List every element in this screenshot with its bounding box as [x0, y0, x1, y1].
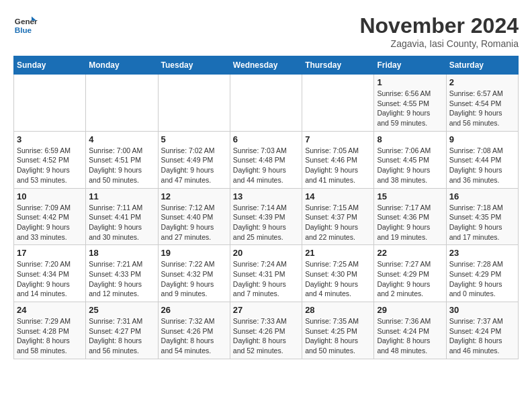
header-friday: Friday	[374, 56, 446, 75]
day-cell: 14Sunrise: 7:15 AM Sunset: 4:37 PM Dayli…	[302, 188, 374, 245]
day-number: 10	[17, 191, 83, 201]
day-number: 2	[449, 77, 515, 87]
header-wednesday: Wednesday	[230, 56, 302, 75]
day-number: 15	[377, 191, 443, 201]
main-title: November 2024	[359, 13, 519, 38]
day-detail: Sunrise: 7:37 AM Sunset: 4:24 PM Dayligh…	[449, 316, 515, 356]
day-number: 26	[161, 305, 227, 315]
day-number: 23	[449, 248, 515, 258]
logo-icon: General Blue	[13, 13, 38, 38]
day-detail: Sunrise: 6:57 AM Sunset: 4:54 PM Dayligh…	[449, 89, 515, 128]
week-row-5: 24Sunrise: 7:29 AM Sunset: 4:28 PM Dayli…	[14, 302, 519, 359]
day-number: 24	[17, 305, 83, 315]
day-cell: 27Sunrise: 7:33 AM Sunset: 4:26 PM Dayli…	[230, 302, 302, 359]
day-detail: Sunrise: 7:21 AM Sunset: 4:33 PM Dayligh…	[89, 259, 154, 299]
svg-text:Blue: Blue	[15, 26, 32, 34]
day-detail: Sunrise: 7:33 AM Sunset: 4:26 PM Dayligh…	[233, 316, 299, 356]
day-cell: 5Sunrise: 7:02 AM Sunset: 4:49 PM Daylig…	[158, 131, 230, 188]
day-number: 3	[17, 134, 83, 144]
day-detail: Sunrise: 7:11 AM Sunset: 4:41 PM Dayligh…	[89, 203, 154, 242]
day-number: 7	[305, 134, 371, 144]
day-cell: 6Sunrise: 7:03 AM Sunset: 4:48 PM Daylig…	[230, 131, 302, 188]
day-detail: Sunrise: 7:02 AM Sunset: 4:49 PM Dayligh…	[161, 146, 227, 185]
day-number: 30	[449, 305, 515, 315]
day-detail: Sunrise: 7:14 AM Sunset: 4:39 PM Dayligh…	[233, 203, 299, 242]
header: General Blue November 2024 Zagavia, Iasi…	[13, 13, 519, 49]
day-detail: Sunrise: 7:17 AM Sunset: 4:36 PM Dayligh…	[377, 203, 443, 242]
subtitle: Zagavia, Iasi County, Romania	[359, 38, 519, 49]
day-detail: Sunrise: 7:20 AM Sunset: 4:34 PM Dayligh…	[17, 259, 83, 299]
day-cell: 8Sunrise: 7:06 AM Sunset: 4:45 PM Daylig…	[374, 131, 446, 188]
day-cell	[86, 75, 158, 132]
day-cell: 18Sunrise: 7:21 AM Sunset: 4:33 PM Dayli…	[86, 245, 158, 302]
day-detail: Sunrise: 7:28 AM Sunset: 4:29 PM Dayligh…	[449, 259, 515, 299]
day-detail: Sunrise: 7:12 AM Sunset: 4:40 PM Dayligh…	[161, 203, 227, 242]
week-row-4: 17Sunrise: 7:20 AM Sunset: 4:34 PM Dayli…	[14, 245, 519, 302]
day-detail: Sunrise: 7:27 AM Sunset: 4:29 PM Dayligh…	[377, 259, 443, 299]
day-cell: 30Sunrise: 7:37 AM Sunset: 4:24 PM Dayli…	[446, 302, 518, 359]
day-number: 11	[89, 191, 154, 201]
day-number: 5	[161, 134, 227, 144]
day-cell: 1Sunrise: 6:56 AM Sunset: 4:55 PM Daylig…	[374, 75, 446, 132]
day-number: 6	[233, 134, 299, 144]
day-number: 12	[161, 191, 227, 201]
day-cell: 17Sunrise: 7:20 AM Sunset: 4:34 PM Dayli…	[14, 245, 86, 302]
day-detail: Sunrise: 7:03 AM Sunset: 4:48 PM Dayligh…	[233, 146, 299, 185]
week-row-2: 3Sunrise: 6:59 AM Sunset: 4:52 PM Daylig…	[14, 131, 519, 188]
day-number: 18	[89, 248, 154, 258]
day-cell	[158, 75, 230, 132]
day-cell	[302, 75, 374, 132]
day-cell: 23Sunrise: 7:28 AM Sunset: 4:29 PM Dayli…	[446, 245, 518, 302]
day-number: 22	[377, 248, 443, 258]
day-cell: 29Sunrise: 7:36 AM Sunset: 4:24 PM Dayli…	[374, 302, 446, 359]
day-cell: 4Sunrise: 7:00 AM Sunset: 4:51 PM Daylig…	[86, 131, 158, 188]
day-number: 17	[17, 248, 83, 258]
day-cell: 15Sunrise: 7:17 AM Sunset: 4:36 PM Dayli…	[374, 188, 446, 245]
day-detail: Sunrise: 7:22 AM Sunset: 4:32 PM Dayligh…	[161, 259, 227, 299]
day-detail: Sunrise: 7:00 AM Sunset: 4:51 PM Dayligh…	[89, 146, 154, 185]
week-row-1: 1Sunrise: 6:56 AM Sunset: 4:55 PM Daylig…	[14, 75, 519, 132]
day-detail: Sunrise: 6:59 AM Sunset: 4:52 PM Dayligh…	[17, 146, 83, 185]
day-cell: 7Sunrise: 7:05 AM Sunset: 4:46 PM Daylig…	[302, 131, 374, 188]
day-detail: Sunrise: 7:31 AM Sunset: 4:27 PM Dayligh…	[89, 316, 154, 356]
header-sunday: Sunday	[14, 56, 86, 75]
day-number: 9	[449, 134, 515, 144]
header-monday: Monday	[86, 56, 158, 75]
day-cell: 28Sunrise: 7:35 AM Sunset: 4:25 PM Dayli…	[302, 302, 374, 359]
header-thursday: Thursday	[302, 56, 374, 75]
day-cell: 25Sunrise: 7:31 AM Sunset: 4:27 PM Dayli…	[86, 302, 158, 359]
day-number: 13	[233, 191, 299, 201]
day-cell: 22Sunrise: 7:27 AM Sunset: 4:29 PM Dayli…	[374, 245, 446, 302]
day-cell: 19Sunrise: 7:22 AM Sunset: 4:32 PM Dayli…	[158, 245, 230, 302]
day-cell: 9Sunrise: 7:08 AM Sunset: 4:44 PM Daylig…	[446, 131, 518, 188]
calendar-table: SundayMondayTuesdayWednesdayThursdayFrid…	[13, 56, 519, 359]
day-number: 29	[377, 305, 443, 315]
header-tuesday: Tuesday	[158, 56, 230, 75]
logo: General Blue	[13, 13, 38, 38]
day-number: 1	[377, 77, 443, 87]
day-detail: Sunrise: 7:29 AM Sunset: 4:28 PM Dayligh…	[17, 316, 83, 356]
day-cell: 20Sunrise: 7:24 AM Sunset: 4:31 PM Dayli…	[230, 245, 302, 302]
day-detail: Sunrise: 7:32 AM Sunset: 4:26 PM Dayligh…	[161, 316, 227, 356]
day-cell: 3Sunrise: 6:59 AM Sunset: 4:52 PM Daylig…	[14, 131, 86, 188]
day-cell: 24Sunrise: 7:29 AM Sunset: 4:28 PM Dayli…	[14, 302, 86, 359]
day-detail: Sunrise: 7:15 AM Sunset: 4:37 PM Dayligh…	[305, 203, 371, 242]
day-cell: 2Sunrise: 6:57 AM Sunset: 4:54 PM Daylig…	[446, 75, 518, 132]
day-detail: Sunrise: 7:06 AM Sunset: 4:45 PM Dayligh…	[377, 146, 443, 185]
day-number: 28	[305, 305, 371, 315]
day-cell: 26Sunrise: 7:32 AM Sunset: 4:26 PM Dayli…	[158, 302, 230, 359]
day-cell: 13Sunrise: 7:14 AM Sunset: 4:39 PM Dayli…	[230, 188, 302, 245]
day-number: 25	[89, 305, 154, 315]
day-cell: 12Sunrise: 7:12 AM Sunset: 4:40 PM Dayli…	[158, 188, 230, 245]
week-row-3: 10Sunrise: 7:09 AM Sunset: 4:42 PM Dayli…	[14, 188, 519, 245]
day-detail: Sunrise: 7:09 AM Sunset: 4:42 PM Dayligh…	[17, 203, 83, 242]
day-detail: Sunrise: 7:25 AM Sunset: 4:30 PM Dayligh…	[305, 259, 371, 299]
day-detail: Sunrise: 7:24 AM Sunset: 4:31 PM Dayligh…	[233, 259, 299, 299]
day-cell: 11Sunrise: 7:11 AM Sunset: 4:41 PM Dayli…	[86, 188, 158, 245]
day-detail: Sunrise: 7:35 AM Sunset: 4:25 PM Dayligh…	[305, 316, 371, 356]
day-cell: 16Sunrise: 7:18 AM Sunset: 4:35 PM Dayli…	[446, 188, 518, 245]
header-saturday: Saturday	[446, 56, 518, 75]
day-cell: 10Sunrise: 7:09 AM Sunset: 4:42 PM Dayli…	[14, 188, 86, 245]
calendar-header: SundayMondayTuesdayWednesdayThursdayFrid…	[14, 56, 519, 75]
day-number: 14	[305, 191, 371, 201]
